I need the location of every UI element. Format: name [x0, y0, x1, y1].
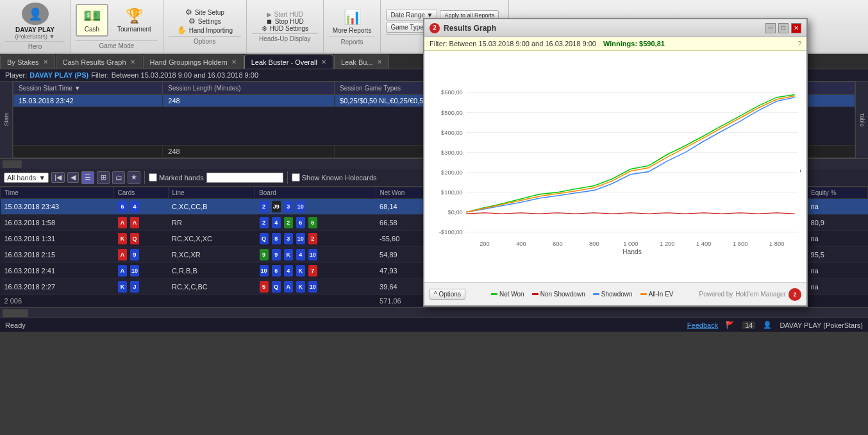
- tab-leak-buster-close[interactable]: ✕: [321, 58, 326, 65]
- marked-hands-label: Marked hands: [149, 173, 204, 182]
- table-label: Table: [859, 113, 865, 127]
- nav-first-btn[interactable]: |◀: [51, 172, 65, 183]
- stats-label: Stats: [3, 113, 10, 126]
- tab-leak-bu-close[interactable]: ✕: [377, 58, 382, 65]
- hand-board-3: Q 8 3 10 2: [255, 231, 376, 247]
- more-reports-btn[interactable]: 📊 More Reports: [329, 8, 376, 35]
- start-hud-btn[interactable]: ▶Start HUD: [267, 11, 304, 18]
- tab-hand-groupings-label: Hand Groupings Holdem: [150, 58, 228, 66]
- view-detail-btn[interactable]: 🗂: [112, 171, 125, 184]
- col-board[interactable]: Board: [255, 187, 376, 199]
- popup-close-btn[interactable]: ✕: [791, 23, 801, 33]
- marked-hands-checkbox[interactable]: [149, 173, 157, 182]
- site-setup-btn[interactable]: ⚙Site Setup: [185, 8, 224, 17]
- cash-icon: 💵: [83, 8, 101, 24]
- board-11: 8: [272, 233, 281, 244]
- popup-title-bar: 2 Results Graph ─ □ ✕: [424, 19, 806, 37]
- legend-allin-ev-dot: [640, 293, 647, 295]
- tournament-button[interactable]: 🏆 Tournament: [111, 4, 158, 37]
- hand-time-3: 16.03.2018 1:31: [1, 231, 114, 247]
- status-player-name: DAVAY PLAY (PokerStars): [780, 321, 863, 329]
- hand-icon: ✋: [177, 26, 187, 35]
- show-known-checkbox[interactable]: [292, 173, 300, 182]
- card-10: 10: [130, 265, 139, 277]
- tab-cash-results-close[interactable]: ✕: [130, 58, 135, 65]
- board-7: 2: [284, 217, 293, 228]
- marked-hands-input[interactable]: [206, 173, 283, 183]
- all-hands-dropdown[interactable]: All hands ▼: [4, 173, 49, 183]
- view-star-btn[interactable]: ★: [128, 171, 140, 184]
- board-9: 6: [308, 217, 317, 228]
- results-graph-popup: 2 Results Graph ─ □ ✕ Filter: Between 15…: [423, 18, 808, 307]
- ready-status: Ready: [5, 321, 26, 329]
- view-grid-btn[interactable]: ⊞: [97, 171, 110, 184]
- legend-non-showdown: Non Showdown: [532, 291, 585, 298]
- hand-time-4: 16.03.2018 2:15: [1, 247, 114, 263]
- hand-line-4: R,XC,XR: [168, 247, 255, 263]
- scroll-thumb[interactable]: [3, 160, 22, 168]
- col-equity[interactable]: Equity %: [807, 187, 868, 199]
- game-mode-label: Game Mode: [76, 40, 158, 49]
- powered-by-text: Powered by: [699, 291, 733, 298]
- bottom-scroll-thumb[interactable]: [3, 309, 28, 317]
- board-13: 10: [296, 233, 305, 244]
- tab-hand-groupings[interactable]: Hand Groupings Holdem ✕: [143, 55, 244, 69]
- hud-group-label: Heads-Up Display: [252, 33, 318, 42]
- settings-btn[interactable]: ⚙Settings: [188, 17, 221, 26]
- svg-text:1 400: 1 400: [696, 241, 711, 247]
- board-28: K: [296, 281, 305, 293]
- board-3: 3: [284, 201, 293, 212]
- tab-leak-buster[interactable]: Leak Buster - Overall ✕: [244, 55, 333, 69]
- board-1: 2: [260, 201, 269, 212]
- tab-leak-bu-label: Leak Bu...: [341, 58, 373, 66]
- popup-filter-text: Filter: Between 15.03.2018 9:00 and 16.0…: [430, 40, 665, 47]
- card-5: K: [118, 233, 127, 244]
- svg-text:Hands: Hands: [622, 248, 642, 255]
- tab-by-stakes[interactable]: By Stakes ✕: [0, 55, 55, 69]
- popup-maximize-btn[interactable]: □: [778, 23, 789, 33]
- tab-leak-bu[interactable]: Leak Bu... ✕: [334, 55, 389, 69]
- board-10: Q: [260, 233, 269, 244]
- nav-prev-btn[interactable]: ◀: [67, 172, 79, 183]
- hand-equity-2: 80,9: [807, 215, 868, 231]
- cash-button[interactable]: 💵 Cash: [76, 4, 108, 37]
- hand-equity-4: 95,5: [807, 247, 868, 263]
- tab-cash-results[interactable]: Cash Results Graph ✕: [56, 55, 142, 69]
- board-25: 5: [260, 281, 269, 293]
- status-bar: Ready Feedback 🚩 14 👤 DAVAY PLAY (PokerS…: [0, 318, 868, 332]
- svg-text:$300,00: $300,00: [441, 149, 463, 156]
- view-list-btn[interactable]: ☰: [81, 171, 94, 184]
- hand-time-1: 15.03.2018 23:43: [1, 199, 114, 215]
- feedback-link[interactable]: Feedback: [687, 321, 718, 329]
- board-29: 10: [308, 281, 317, 293]
- board-27: A: [284, 281, 293, 293]
- popup-filter-bar: Filter: Between 15.03.2018 9:00 and 16.0…: [424, 37, 806, 51]
- hm-logo: 2: [789, 288, 801, 301]
- hud-settings-icon: ⚙: [262, 25, 267, 32]
- hand-time-2: 16.03.2018 1:58: [1, 215, 114, 231]
- stop-hud-btn[interactable]: ⏹Stop HUD: [266, 18, 304, 25]
- col-length[interactable]: Session Length (Minutes): [163, 82, 335, 95]
- hand-cards-6: K J: [113, 279, 168, 295]
- powered-by: Powered by Hold'em Manager 2: [699, 288, 801, 301]
- col-start-time[interactable]: Session Start Time ▼: [13, 82, 163, 95]
- popup-help-icon[interactable]: ?: [797, 40, 801, 47]
- hand-importing-btn[interactable]: ✋Hand Importing: [177, 26, 233, 35]
- svg-text:200: 200: [480, 241, 490, 247]
- legend-net-won-label: Net Won: [499, 291, 524, 298]
- popup-legend: Net Won Non Showdown Showdown All-In EV: [491, 291, 674, 298]
- tournament-label: Tournament: [117, 26, 151, 33]
- tab-hand-groupings-close[interactable]: ✕: [231, 58, 237, 65]
- hud-settings-btn[interactable]: ⚙HUD Settings: [262, 25, 309, 32]
- col-cards[interactable]: Cards: [113, 187, 168, 199]
- board-8: 6: [296, 217, 305, 228]
- popup-minimize-btn[interactable]: ─: [765, 23, 776, 33]
- svg-text:$400,00: $400,00: [441, 130, 463, 136]
- col-line[interactable]: Line: [168, 187, 255, 199]
- bottom-scrollbar[interactable]: [0, 307, 868, 318]
- divider2: [287, 171, 288, 184]
- options-btn[interactable]: ^ Options: [430, 289, 465, 300]
- tab-by-stakes-close[interactable]: ✕: [43, 58, 48, 65]
- col-time[interactable]: Time: [1, 187, 114, 199]
- divider: [144, 171, 145, 184]
